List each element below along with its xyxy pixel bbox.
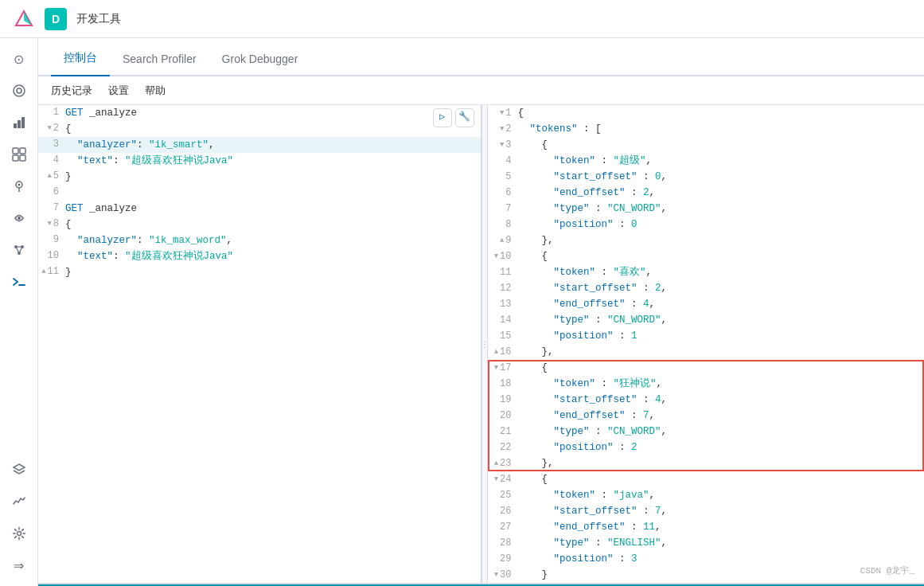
user-avatar: D xyxy=(45,8,67,30)
tab-console[interactable]: 控制台 xyxy=(51,41,110,76)
editor-line-3: 3 "analyzer": "ik_smart", xyxy=(38,137,481,153)
output-line-17: ▼ 17 { xyxy=(491,360,922,376)
sidebar-item-visualize[interactable] xyxy=(5,108,33,137)
output-line-14: 14 "type" : "CN_WORD", xyxy=(491,312,922,328)
sidebar-item-settings[interactable] xyxy=(5,519,33,548)
output-container: ▼ 1 { ▼ 2 "tokens" : [ ▼ 3 { xyxy=(488,105,925,583)
wrench-button[interactable]: 🔧 xyxy=(455,108,474,127)
sidebar-item-ml[interactable] xyxy=(5,204,33,232)
output-line-23: ▲ 23 }, xyxy=(491,455,922,471)
svg-marker-1 xyxy=(24,11,32,25)
menu-bar: 历史记录 设置 帮助 xyxy=(38,76,924,105)
sidebar-item-dashboard[interactable] xyxy=(5,140,33,169)
svg-rect-6 xyxy=(21,117,25,128)
svg-rect-8 xyxy=(20,148,25,154)
output-line-16: ▲ 16 }, xyxy=(491,344,922,360)
output-line-26: 26 "start_offset" : 7, xyxy=(491,503,922,519)
output-line-11: 11 "token" : "喜欢", xyxy=(491,264,922,280)
output-line-30: ▼ 30 } xyxy=(491,567,922,583)
output-line-13: 13 "end_offset" : 4, xyxy=(491,296,922,312)
editor-line-1: 1 GET _analyze xyxy=(38,105,481,121)
sidebar-item-stack[interactable] xyxy=(5,455,33,484)
svg-rect-7 xyxy=(13,148,18,154)
editor-line-11: ▲ 11 } xyxy=(38,264,481,280)
output-line-18: 18 "token" : "狂神说", xyxy=(491,376,922,392)
output-line-9: ▲ 9 }, xyxy=(491,232,922,248)
output-line-20: 20 "end_offset" : 7, xyxy=(491,408,922,424)
svg-rect-10 xyxy=(20,155,25,161)
output-line-29: 29 "position" : 3 xyxy=(491,551,922,567)
editor-toolbar: ▷ 🔧 xyxy=(433,108,474,127)
output-line-21: 21 "type" : "CN_WORD", xyxy=(491,424,922,440)
svg-line-18 xyxy=(16,247,19,253)
editor-container: ▷ 🔧 1 GET _analyze ▼ 2 { 3 xyxy=(38,105,924,583)
top-bar: D 开发工具 xyxy=(0,0,924,38)
svg-rect-4 xyxy=(14,123,17,128)
svg-point-2 xyxy=(14,85,25,96)
output-line-28: 28 "type" : "ENGLISH", xyxy=(491,535,922,551)
svg-point-21 xyxy=(17,532,21,536)
output-line-25: 25 "token" : "java", xyxy=(491,487,922,503)
output-line-6: 6 "end_offset" : 2, xyxy=(491,185,922,201)
output-line-12: 12 "start_offset" : 2, xyxy=(491,280,922,296)
output-code: ▼ 1 { ▼ 2 "tokens" : [ ▼ 3 { xyxy=(488,105,925,583)
left-panel: ▷ 🔧 1 GET _analyze ▼ 2 { 3 xyxy=(38,105,481,583)
sidebar-item-monitoring[interactable] xyxy=(5,487,33,516)
sidebar-item-devtools[interactable] xyxy=(5,268,33,296)
sidebar-item-graph[interactable] xyxy=(5,236,33,264)
code-editor[interactable]: ▷ 🔧 1 GET _analyze ▼ 2 { 3 xyxy=(38,105,481,583)
svg-point-13 xyxy=(18,217,21,220)
sidebar: ⊙ xyxy=(0,38,38,586)
output-line-22: 22 "position" : 2 xyxy=(491,440,922,455)
output-line-27: 27 "end_offset" : 11, xyxy=(491,519,922,535)
editor-line-2: ▼ 2 { xyxy=(38,121,481,137)
tab-search-profiler[interactable]: Search Profiler xyxy=(110,43,209,76)
kibana-logo-icon xyxy=(14,10,33,29)
drag-handle[interactable]: ⋮ xyxy=(481,105,488,583)
svg-point-12 xyxy=(18,184,20,186)
svg-rect-5 xyxy=(18,120,21,128)
sidebar-item-collapse[interactable]: ⇒ xyxy=(5,551,33,580)
output-line-19: 19 "start_offset" : 4, xyxy=(491,392,922,408)
output-line-8: 8 "position" : 0 xyxy=(491,217,922,232)
output-line-2: ▼ 2 "tokens" : [ xyxy=(491,121,922,137)
output-line-4: 4 "token" : "超级", xyxy=(491,153,922,169)
run-button[interactable]: ▷ xyxy=(433,108,452,127)
output-line-15: 15 "position" : 1 xyxy=(491,328,922,344)
svg-point-3 xyxy=(17,88,21,93)
editor-line-5: ▲ 5 } xyxy=(38,169,481,185)
output-line-7: 7 "type" : "CN_WORD", xyxy=(491,201,922,217)
sidebar-item-discover[interactable] xyxy=(5,76,33,105)
menu-settings[interactable]: 设置 xyxy=(108,84,129,98)
app-name: 开发工具 xyxy=(76,12,121,26)
content-area: 控制台 Search Profiler Grok Debugger 历史记录 设… xyxy=(38,38,924,586)
tab-bar: 控制台 Search Profiler Grok Debugger xyxy=(38,38,924,76)
main-layout: ⊙ xyxy=(0,38,924,586)
editor-line-10: 10 "text": "超级喜欢狂神说Java" xyxy=(38,248,481,264)
editor-line-9: 9 "analyzer": "ik_max_word", xyxy=(38,232,481,248)
bottom-scrollbar[interactable] xyxy=(38,583,924,586)
output-line-3: ▼ 3 { xyxy=(491,137,922,153)
editor-line-8: ▼ 8 { xyxy=(38,217,481,232)
menu-help[interactable]: 帮助 xyxy=(145,84,166,98)
output-line-1: ▼ 1 { xyxy=(491,105,922,121)
tab-grok-debugger[interactable]: Grok Debugger xyxy=(209,43,311,76)
editor-line-4: 4 "text": "超级喜欢狂神说Java" xyxy=(38,153,481,169)
editor-line-6: 6 xyxy=(38,185,481,201)
right-panel: ▼ 1 { ▼ 2 "tokens" : [ ▼ 3 { xyxy=(488,105,925,583)
menu-history[interactable]: 历史记录 xyxy=(51,84,92,98)
editor-line-7: 7 GET _analyze xyxy=(38,201,481,217)
svg-line-19 xyxy=(19,247,22,253)
output-line-5: 5 "start_offset" : 0, xyxy=(491,169,922,185)
sidebar-item-maps[interactable] xyxy=(5,172,33,201)
svg-rect-9 xyxy=(13,155,18,161)
output-line-24: ▼ 24 { xyxy=(491,471,922,487)
output-line-10: ▼ 10 { xyxy=(491,248,922,264)
sidebar-item-home[interactable]: ⊙ xyxy=(5,45,33,73)
